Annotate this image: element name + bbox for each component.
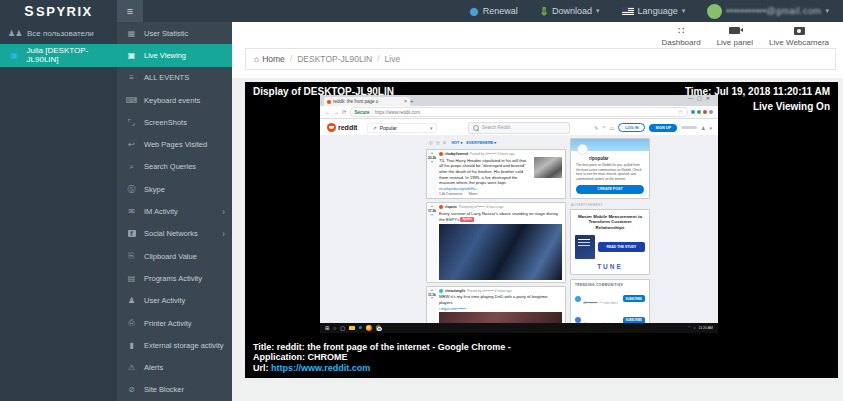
sidebar-item-user-julia[interactable]: ▣ Julia [DESKTOP-JL90LIN] <box>0 44 117 66</box>
signup-button[interactable]: SIGN UP <box>649 124 677 132</box>
comments-button[interactable]: 1.4k Comments <box>439 192 463 196</box>
sidebar-item-live-viewing[interactable]: ▣Live Viewing <box>117 44 232 66</box>
star-icon[interactable]: ☆ <box>678 109 683 115</box>
sidebar-item-keyboard-events[interactable]: ⌨Keyboard events <box>117 89 232 111</box>
breadcrumb-device[interactable]: DESKTOP-JL90LIN <box>297 54 372 64</box>
downvote-icon[interactable]: ▼ <box>430 161 433 165</box>
window-maximize-icon[interactable]: ▢ <box>697 95 706 101</box>
language-menu[interactable]: Language ▾ <box>622 6 686 16</box>
sidebar-item-im-activity[interactable]: ✉IM Activity› <box>117 200 232 222</box>
sidebar-item-web-pages-visited[interactable]: ↩Web Pages Visited <box>117 133 232 155</box>
chrome-icon[interactable] <box>376 325 382 331</box>
sidebar-item-user-activity[interactable]: ♟User Activity <box>117 290 232 312</box>
start-button-icon[interactable]: ⊞ <box>325 326 329 331</box>
login-button[interactable]: LOG IN <box>618 123 645 132</box>
downvote-icon[interactable]: ▼ <box>430 214 433 218</box>
ad-card[interactable]: Master Mobile Measurement to Transform C… <box>570 209 650 275</box>
post-link[interactable]: i.imgur.com/••••••• <box>439 307 562 311</box>
sidebar-item-alerts[interactable]: ⚠Alerts <box>117 356 232 378</box>
feed-selector[interactable]: ↗ Popular ▾ <box>367 123 437 133</box>
sidebar-item-external-storage[interactable]: ▮External storage activity <box>117 334 232 356</box>
post-title[interactable]: TIL That Harry Houdini stipulated in his… <box>439 158 530 186</box>
subscribe-button[interactable]: SUBSCRIBE <box>623 295 645 302</box>
post-title[interactable]: MRW it's my first time playing DnD with … <box>439 294 562 305</box>
download-menu[interactable]: ⇩ Download ▾ <box>540 6 600 17</box>
sidebar-item-all-events[interactable]: ≡ALL EVENTS <box>117 67 232 89</box>
sidebar-item-social-networks[interactable]: fSocial Networks› <box>117 223 232 245</box>
ad-cta-button[interactable]: READ THE STUDY <box>598 242 645 252</box>
breadcrumb-separator: / <box>377 54 379 64</box>
breadcrumb-home[interactable]: ⌂Home <box>254 54 285 64</box>
sort-everywhere-dropdown[interactable]: EVERYWHERE▾ <box>466 140 496 145</box>
renewal-label: Renewal <box>483 6 518 16</box>
subreddit-link[interactable]: r/sports <box>445 205 457 209</box>
upvote-icon[interactable]: ▲ <box>430 152 433 156</box>
post-title[interactable]: Every survivor of Larry Nassar's abuse s… <box>439 211 562 222</box>
coin-icon[interactable]: ⌾ <box>603 124 606 131</box>
subreddit-link[interactable]: r/todayilearned <box>445 152 468 156</box>
post-flair: Spoiler <box>460 217 473 222</box>
post-card[interactable]: ▲ 23.2k ▼ r/todayilearned Posted by u/••… <box>426 149 566 199</box>
subreddit-link[interactable]: r/reactiongifs <box>445 289 465 293</box>
download-label: Download <box>552 6 592 16</box>
forward-icon[interactable]: → <box>334 109 340 115</box>
search-circle-icon[interactable]: ○ <box>333 326 336 331</box>
view-mode-icons[interactable]: ▥ ▤ ☰ <box>429 140 447 145</box>
sidebar-item-screenshots[interactable]: ⌜⌟ScreenShots <box>117 111 232 133</box>
account-menu[interactable]: •••••••••••@gmail.com ▾ <box>707 4 829 19</box>
tab-close-icon[interactable]: × <box>404 99 407 104</box>
tray-chevron-icon[interactable]: ⌃ <box>688 326 691 330</box>
edge-icon[interactable]: e <box>359 325 362 331</box>
file-explorer-icon[interactable] <box>349 326 355 331</box>
popular-description: The best posts on Reddit for you, pulled… <box>571 163 649 185</box>
reload-icon[interactable]: ⟳ <box>342 109 347 115</box>
community-icon <box>575 296 581 302</box>
upvote-icon[interactable]: ▲ <box>430 289 433 293</box>
share-button[interactable]: Share <box>469 192 478 196</box>
sidebar-item-skype[interactable]: ⓈSkype <box>117 178 232 200</box>
post-link[interactable]: en.wikipedia.org/wiki/Ha... <box>439 187 562 191</box>
firefox-icon[interactable] <box>366 325 372 331</box>
task-view-icon[interactable]: ▢ <box>340 326 345 331</box>
reddit-wordmark: reddit <box>338 124 357 131</box>
tray-volume-icon[interactable]: ♪ <box>694 326 696 330</box>
community-name[interactable]: r/••••••••••• <box>584 301 598 305</box>
post-image[interactable] <box>439 312 562 323</box>
block-icon: ⊘ <box>125 385 138 394</box>
post-card[interactable]: ▲ 11.1k ▼ r/reactiongifs Posted by u/•••… <box>426 286 566 323</box>
dashboard-button[interactable]: ∷ Dashboard <box>661 25 700 47</box>
sidebar-item-clipboard-value[interactable]: ⎘Clipboard Value <box>117 245 232 267</box>
speech-icon[interactable]: ▭ <box>610 125 615 131</box>
window-close-icon[interactable]: ✕ <box>706 95 714 101</box>
sidebar-item-search-queries[interactable]: ⌕Search Queries <box>117 156 232 178</box>
trending-arrow-icon: ↗ <box>372 125 376 131</box>
new-tab-button[interactable]: + <box>410 98 414 104</box>
post-image[interactable] <box>439 224 562 280</box>
post-card[interactable]: ▲ 17.2k ▼ r/sports Posted by u/•••••••• … <box>426 202 566 282</box>
menu-toggle-button[interactable]: ≡ <box>117 0 143 22</box>
create-post-button[interactable]: CREATE POST <box>576 185 644 194</box>
viewer-url-link[interactable]: https://www.reddit.com <box>271 363 370 373</box>
sidebar-item-all-users[interactable]: ♟♟ Все пользователи <box>0 22 117 44</box>
renewal-button[interactable]: ⬤ Renewal <box>470 6 518 16</box>
sidebar-item-user-statistic[interactable]: ▦User Statistic <box>117 22 232 44</box>
person-icon[interactable]: ♟ <box>701 125 705 131</box>
pencil-icon[interactable]: ✎ <box>594 125 598 131</box>
sidebar-item-programs-activity[interactable]: ▤Programs Activity <box>117 267 232 289</box>
chevron-down-icon: ▾ <box>460 140 462 145</box>
browser-tab[interactable]: reddit: the front page o × <box>324 97 410 106</box>
sidebar-item-site-blocker[interactable]: ⊘Site Blocker <box>117 379 232 401</box>
sort-hot-dropdown[interactable]: HOT▾ <box>451 140 462 145</box>
post-thumbnail[interactable] <box>534 157 562 178</box>
url-field[interactable]: Secure | https://www.reddit.com ☆ <box>350 107 688 117</box>
sidebar-item-printer-activity[interactable]: ⎙Printer Activity <box>117 312 232 334</box>
downvote-icon[interactable]: ▼ <box>430 297 433 301</box>
reddit-search-input[interactable]: Search Reddit <box>468 122 570 134</box>
upvote-icon[interactable]: ▲ <box>430 205 433 209</box>
window-minimize-icon[interactable]: — <box>688 95 697 101</box>
sort-bar: ▥ ▤ ☰ HOT▾ EVERYWHERE▾ <box>426 138 566 147</box>
chevron-down-icon[interactable]: ▾ <box>709 125 712 131</box>
live-webcamera-button[interactable]: Live Webcamera <box>769 25 829 47</box>
back-icon[interactable]: ← <box>325 109 331 115</box>
live-panel-button[interactable]: Live panel <box>717 25 753 47</box>
